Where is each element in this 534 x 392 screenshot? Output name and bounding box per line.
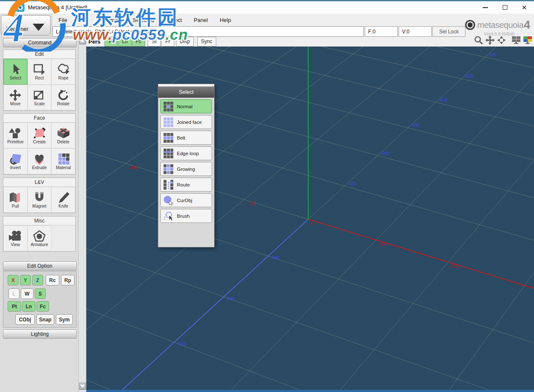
select-dialog: Select Normal Joined face Belt Edge loop…: [158, 84, 215, 247]
view-mode-label[interactable]: Pers: [88, 38, 100, 45]
view-nav-icons: [474, 36, 532, 45]
pan-icon[interactable]: [485, 36, 495, 45]
invert-button[interactable]: Invert: [3, 148, 28, 174]
axis-y-toggle[interactable]: Y: [20, 275, 31, 285]
single-view-layout-icon[interactable]: [512, 36, 521, 44]
select-mode-joined-face[interactable]: Joined face: [160, 115, 212, 129]
create-face-icon: [33, 127, 46, 139]
pull-button[interactable]: Pull: [3, 187, 28, 213]
select-mode-edge-loop[interactable]: Edge loop: [160, 146, 212, 160]
select-mode-growing[interactable]: Growing: [160, 162, 212, 176]
toggle-points[interactable]: Pt: [105, 37, 118, 47]
brand-logo: metasequoia 4: [465, 18, 534, 32]
move-tool-button[interactable]: Move: [3, 85, 28, 110]
primitive-button[interactable]: Primitive: [3, 123, 28, 148]
svg-text:200: 200: [451, 263, 458, 269]
scroll-down-button[interactable]: [79, 383, 86, 390]
view-button[interactable]: View: [3, 225, 28, 251]
material-button[interactable]: Material: [51, 148, 75, 174]
minimize-button[interactable]: [476, 1, 495, 14]
delete-face-button[interactable]: Delete: [51, 123, 75, 148]
face-edit-toggle[interactable]: Fc: [36, 301, 49, 312]
snap-toggle[interactable]: Snap: [36, 314, 54, 325]
menu-panel[interactable]: Panel: [188, 14, 214, 26]
rect-tool-button[interactable]: Rect: [28, 59, 52, 85]
menu-attribute[interactable]: Attribute: [94, 14, 127, 26]
screen-toggle[interactable]: S: [35, 288, 46, 299]
status-hint: L=Select single. Shift+L=Select with dra…: [52, 26, 364, 37]
brand-number: 4: [524, 19, 530, 32]
local-toggle[interactable]: L: [8, 288, 19, 299]
toggle-sync[interactable]: Sync: [197, 37, 216, 47]
lighting-header[interactable]: Lighting: [3, 329, 77, 339]
select-mode-route[interactable]: Route: [160, 178, 212, 192]
view-toolbar: Pers Pt Ln Fc Si Fr Disp Sync: [86, 36, 534, 47]
extrude-button[interactable]: Extrude: [28, 148, 52, 174]
mode-selector-dropdown[interactable]: Beginner: [1, 15, 51, 36]
cobj-toggle[interactable]: CObj: [15, 314, 35, 325]
zoom-icon[interactable]: [474, 36, 483, 45]
move-arrows-icon: [8, 89, 22, 101]
select-mode-curobj[interactable]: CurObj: [160, 193, 212, 207]
svg-text:-500: -500: [464, 74, 473, 79]
movie-camera-icon: [8, 230, 22, 242]
toggle-lines[interactable]: Ln: [118, 37, 131, 47]
menu-help[interactable]: Help: [214, 14, 237, 26]
command-panel-header[interactable]: Command: [3, 38, 77, 47]
toggle-si[interactable]: Si: [148, 37, 161, 47]
belt-select-icon: [163, 133, 173, 143]
panel-scrollbar[interactable]: [79, 37, 86, 392]
toggle-disp[interactable]: Disp: [176, 37, 194, 47]
rc-toggle[interactable]: Rc: [46, 275, 59, 285]
armature-button[interactable]: Armature: [28, 225, 52, 251]
line-edit-toggle[interactable]: Ln: [22, 301, 36, 312]
scale-icon: [33, 89, 46, 101]
window-controls: ✕: [476, 1, 534, 14]
menu-selected[interactable]: Selected: [127, 14, 160, 26]
edit-option-body: X Y Z Rc Rp L W S Pt Ln Fc CObj Snap Sym: [3, 271, 77, 328]
edit-group: Edit Select Rect Rope: [3, 49, 76, 111]
axis-z-toggle[interactable]: Z: [32, 275, 43, 285]
scroll-up-button[interactable]: [79, 37, 86, 44]
world-toggle[interactable]: W: [21, 288, 33, 299]
menu-edit[interactable]: Edit: [73, 14, 94, 26]
toggle-fr[interactable]: Fr: [161, 37, 174, 47]
viewport-active-border: [86, 390, 534, 392]
primitive-shapes-icon: [8, 127, 22, 139]
knife-button[interactable]: Knife: [51, 187, 75, 213]
svg-text:-100: -100: [347, 181, 356, 186]
select-mode-brush[interactable]: Brush: [160, 209, 212, 223]
svg-text:-100: -100: [247, 201, 256, 206]
sel-lock-button[interactable]: Sel Lock: [432, 26, 465, 37]
quad-view-layout-icon[interactable]: [523, 36, 532, 44]
rope-tool-button[interactable]: Rope: [51, 59, 75, 85]
svg-text:100: 100: [379, 241, 386, 247]
vertex-count-field: V:0: [399, 26, 432, 37]
magnet-button[interactable]: Magnet: [28, 187, 52, 213]
rp-toggle[interactable]: Rp: [61, 275, 74, 285]
maximize-button[interactable]: [495, 1, 515, 14]
normal-select-icon: [163, 101, 173, 112]
metasequoia-window: { "window": { "title": "Metasequoia 4 [U…: [0, 0, 534, 392]
select-dialog-titlebar[interactable]: Select: [158, 87, 214, 98]
sym-toggle[interactable]: Sym: [56, 314, 73, 325]
toggle-faces[interactable]: Fc: [132, 37, 145, 47]
orbit-icon[interactable]: [497, 36, 506, 45]
select-tool-button[interactable]: Select: [3, 59, 28, 85]
pull-map-icon: [8, 192, 22, 203]
viewport-3d[interactable]: -300-200-1000100200-600-500-400-300-200-…: [86, 47, 534, 390]
menu-object[interactable]: Object: [160, 14, 188, 26]
brand-name: metasequoia: [477, 20, 523, 30]
rotate-tool-button[interactable]: Rotate: [51, 85, 75, 110]
edit-option-header[interactable]: Edit Option: [3, 261, 77, 271]
scale-tool-button[interactable]: Scale: [28, 85, 52, 110]
axis-x-toggle[interactable]: X: [8, 275, 19, 285]
misc-group: Misc View Armature: [3, 216, 76, 252]
close-button[interactable]: ✕: [515, 1, 534, 14]
select-mode-normal[interactable]: Normal: [160, 99, 212, 113]
invert-face-icon: [8, 153, 22, 165]
point-edit-toggle[interactable]: Pt: [8, 301, 21, 312]
create-face-button[interactable]: Create: [28, 123, 52, 148]
select-mode-belt[interactable]: Belt: [160, 131, 212, 145]
menu-file[interactable]: File: [52, 14, 73, 26]
